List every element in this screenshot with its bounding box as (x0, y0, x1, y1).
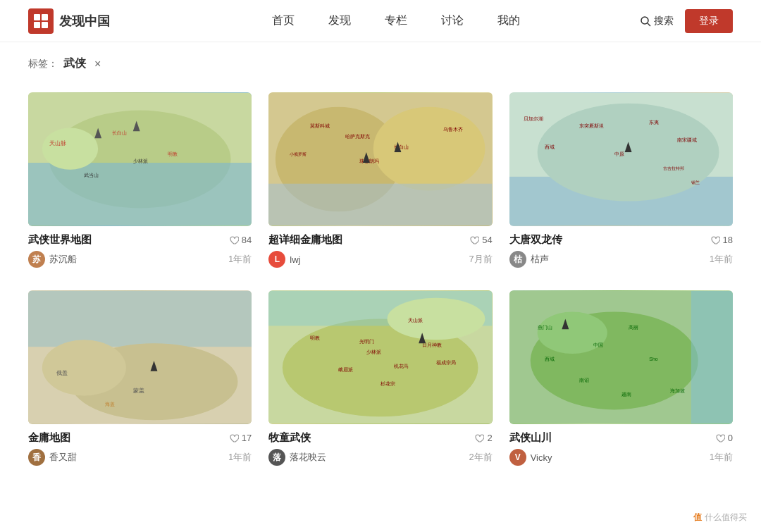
svg-text:东突厥斯坦: 东突厥斯坦 (579, 123, 604, 128)
card-author-6: V Vicky (509, 449, 552, 466)
card-likes-2: 54 (469, 235, 492, 245)
svg-text:中原: 中原 (614, 151, 624, 156)
active-tag: 武侠 (63, 56, 86, 71)
svg-text:莫斯科城: 莫斯科城 (311, 123, 330, 129)
nav-mine[interactable]: 我的 (497, 13, 520, 28)
like-icon (710, 235, 720, 245)
svg-rect-2 (34, 22, 40, 28)
card-title-5: 牧童武侠 (268, 431, 311, 445)
card-meta-5: 落 落花映云 2年前 (268, 449, 492, 466)
card-time-5: 2年前 (469, 451, 492, 464)
card-time-1: 1年前 (228, 253, 252, 266)
svg-text:天山脉: 天山脉 (49, 140, 66, 147)
svg-text:蒙盖: 蒙盖 (133, 388, 144, 394)
svg-point-4 (641, 17, 648, 24)
card-3[interactable]: 贝加尔湖 东突厥斯坦 东夷 南宋疆域 西域 中原 古吉拉特邦 锡兰 大唐双龙传 … (509, 92, 733, 268)
card-thumbnail-5: 明教 天山派 少林派 峨眉派 机花马 杉花宗 日月神教 光明门 福成宗局 (268, 290, 492, 424)
card-meta-3: 枯 枯声 1年前 (509, 251, 733, 268)
tag-close-button[interactable]: × (94, 58, 101, 70)
svg-text:武当山: 武当山 (84, 173, 99, 178)
svg-text:少林派: 少林派 (366, 349, 381, 355)
svg-text:燕门山: 燕门山 (537, 325, 552, 330)
avatar-6: V (509, 449, 526, 466)
like-icon (229, 235, 239, 245)
search-button[interactable]: 搜索 (640, 15, 674, 27)
svg-text:乌鲁木齐: 乌鲁木齐 (443, 127, 463, 132)
svg-rect-3 (42, 22, 48, 28)
card-time-6: 1年前 (710, 451, 733, 464)
card-1[interactable]: 天山脉 长白山 明教 武当山 少林派 武侠世界地图 84 苏 苏沉船 1年前 (28, 92, 252, 268)
avatar-4: 香 (28, 449, 45, 466)
login-button[interactable]: 登录 (685, 9, 733, 33)
svg-text:南宋疆域: 南宋疆域 (677, 137, 697, 142)
card-thumbnail-3: 贝加尔湖 东突厥斯坦 东夷 南宋疆域 西域 中原 古吉拉特邦 锡兰 (509, 92, 733, 226)
card-thumbnail-1: 天山脉 长白山 明教 武当山 少林派 (28, 92, 252, 226)
avatar-5: 落 (268, 449, 285, 466)
logo-area[interactable]: 发现中国 (28, 8, 110, 34)
header-right: 搜索 登录 (640, 9, 733, 33)
svg-text:海盖: 海盖 (105, 402, 115, 407)
card-meta-2: L lwj 7月前 (268, 251, 492, 268)
svg-rect-65 (691, 291, 733, 423)
card-info-4: 金庸地图 17 (28, 431, 252, 445)
card-likes-5: 2 (474, 433, 492, 443)
svg-text:越南: 越南 (621, 392, 631, 397)
svg-text:高丽: 高丽 (628, 325, 638, 330)
like-icon (469, 235, 479, 245)
card-5[interactable]: 明教 天山派 少林派 峨眉派 机花马 杉花宗 日月神教 光明门 福成宗局 牧童武… (268, 290, 492, 466)
card-2[interactable]: 莫斯科城 哈萨克斯克 长白山 乌鲁木齐 珠穆朗玛 小俄罗斯 超详细金庸地图 54… (268, 92, 492, 268)
card-4[interactable]: 俄盖 蒙盖 海盖 金庸地图 17 香 香又甜 1年前 (28, 290, 252, 466)
svg-rect-20 (268, 184, 492, 225)
card-title-2: 超详细金庸地图 (268, 233, 342, 247)
svg-text:小俄罗斯: 小俄罗斯 (290, 152, 307, 156)
nav-discover[interactable]: 发现 (328, 13, 351, 28)
like-icon (474, 433, 484, 443)
like-icon (715, 433, 725, 443)
card-title-6: 武侠山川 (509, 431, 552, 445)
card-thumbnail-6: 燕门山 中国 Sho 西域 南诏 越南 高丽 海加坡 (509, 290, 733, 424)
site-title: 发现中国 (59, 13, 110, 30)
svg-rect-0 (34, 14, 40, 20)
card-likes-6: 0 (715, 433, 733, 443)
svg-text:Sho: Sho (649, 357, 657, 361)
card-author-1: 苏 苏沉船 (28, 251, 77, 268)
svg-text:海加坡: 海加坡 (670, 388, 685, 393)
card-info-3: 大唐双龙传 18 (509, 233, 733, 247)
tag-bar: 标签： 武侠 × (0, 42, 761, 78)
card-time-4: 1年前 (228, 451, 252, 464)
svg-text:明教: 明教 (168, 151, 178, 156)
svg-text:贝加尔湖: 贝加尔湖 (523, 116, 543, 121)
card-info-6: 武侠山川 0 (509, 431, 733, 445)
card-title-1: 武侠世界地图 (28, 233, 92, 247)
card-title-4: 金庸地图 (28, 431, 70, 445)
svg-text:光明门: 光明门 (359, 339, 374, 344)
card-time-3: 1年前 (710, 253, 733, 266)
nav-column[interactable]: 专栏 (385, 13, 407, 28)
card-likes-1: 84 (229, 235, 252, 245)
card-info-1: 武侠世界地图 84 (28, 233, 252, 247)
tag-prefix: 标签： (28, 58, 58, 70)
author-name-6: Vicky (531, 452, 552, 463)
main-nav: 首页 发现 专栏 讨论 我的 (152, 13, 640, 28)
card-info-2: 超详细金庸地图 54 (268, 233, 492, 247)
like-icon (229, 433, 239, 443)
svg-text:古吉拉特邦: 古吉拉特邦 (663, 166, 684, 171)
svg-line-5 (648, 23, 650, 26)
svg-text:长白山: 长白山 (112, 130, 127, 135)
nav-home[interactable]: 首页 (272, 13, 295, 28)
logo-svg (32, 13, 49, 30)
author-name-1: 苏沉船 (49, 253, 77, 266)
card-title-3: 大唐双龙传 (509, 233, 562, 247)
author-name-4: 香又甜 (49, 451, 77, 464)
search-label: 搜索 (654, 15, 674, 27)
author-name-5: 落花映云 (290, 451, 326, 464)
card-thumbnail-4: 俄盖 蒙盖 海盖 (28, 290, 252, 424)
svg-text:南诏: 南诏 (579, 378, 589, 383)
svg-text:西域: 西域 (544, 357, 554, 361)
nav-discuss[interactable]: 讨论 (441, 13, 464, 28)
card-6[interactable]: 燕门山 中国 Sho 西域 南诏 越南 高丽 海加坡 武侠山川 0 V Vick… (509, 290, 733, 466)
card-likes-4: 17 (229, 433, 252, 443)
avatar-2: L (268, 251, 285, 268)
svg-rect-1 (42, 14, 48, 20)
svg-rect-8 (28, 163, 252, 225)
